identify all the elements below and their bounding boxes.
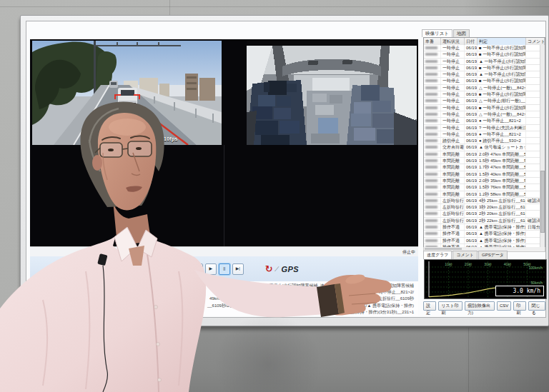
speed-readout: 3.0 km/h bbox=[495, 286, 544, 296]
table-row[interactable]: 一時停止06/19● 一時不停止__821>2 bbox=[424, 131, 540, 138]
button-設定[interactable]: 設定 bbox=[423, 301, 436, 311]
cabin-camera-video bbox=[247, 41, 417, 145]
car-cell bbox=[424, 85, 441, 91]
car-id-blurred bbox=[425, 159, 437, 162]
gps-label[interactable]: GPS bbox=[281, 265, 299, 273]
car-id-blurred bbox=[425, 186, 437, 189]
judge-cell: 3秒 20km 左折徐行__6109秒 bbox=[478, 204, 526, 210]
table-row[interactable]: 操作不適06/19▲ 携帯電話(保持・操作)__201>1 bbox=[424, 238, 540, 244]
comment-cell bbox=[526, 171, 540, 177]
col-date[interactable]: 日付 bbox=[465, 38, 478, 45]
scroll-thumb[interactable] bbox=[540, 171, 545, 233]
tab-map[interactable]: 地図 bbox=[453, 29, 470, 37]
comment-cell bbox=[526, 85, 540, 91]
play-button[interactable]: ▶ bbox=[205, 263, 217, 275]
table-row[interactable]: 一時停止06/19▲ 一時不停止(歩行認知障害候補). bbox=[424, 71, 540, 78]
table-row[interactable]: 一時停止06/19■ 一時不停止(歩行認知障害候補). bbox=[424, 65, 540, 71]
car-id-blurred bbox=[425, 232, 437, 235]
button-閉じる[interactable]: 閉じる bbox=[528, 301, 545, 311]
car-id-blurred bbox=[425, 119, 437, 122]
car-cell bbox=[424, 118, 441, 124]
table-row[interactable]: 左折時徐行06/192秒 22km 左折徐行__6109秒確認済 bbox=[424, 218, 540, 224]
car-cell bbox=[424, 204, 441, 210]
comment-cell bbox=[526, 191, 540, 197]
pause-button[interactable]: || bbox=[219, 263, 230, 275]
video-quad: 3km/h 10fps bbox=[30, 39, 418, 246]
status-cell: 車間距離 bbox=[441, 178, 465, 184]
button-印刷[interactable]: 印刷 bbox=[513, 301, 526, 311]
table-row[interactable]: 車間距離06/191.7秒 47km 車間距離__5439秒 bbox=[424, 164, 540, 171]
ticker-line: 49km 車間距離__5439秒/1.7秒 47km 車間距離__5439秒/1… bbox=[30, 296, 414, 302]
car-cell bbox=[424, 158, 441, 164]
table-row[interactable]: 一時停止06/19▲ 一時不停止(歩行認知障害候補). bbox=[424, 59, 540, 65]
table-row[interactable]: 車間距離06/191.5秒 40km 車間距離__5439秒 bbox=[424, 171, 540, 178]
table-row[interactable]: 左折時徐行06/194秒 25km 左折徐行__6109秒確認済 bbox=[424, 198, 540, 204]
status-cell: 操作不適 bbox=[441, 224, 465, 230]
button-CSV[interactable]: CSV bbox=[497, 301, 511, 311]
car-cell bbox=[424, 238, 441, 243]
status-cell: 一時停止 bbox=[441, 91, 465, 97]
table-row[interactable]: 車間距離06/191.5秒 76km 車間距離__5439秒 bbox=[424, 184, 540, 191]
table-row[interactable]: 交差点待避06/19▲ 信号敬遠ショートカット__802>0 bbox=[424, 144, 540, 151]
table-row[interactable]: 左折時徐行06/193秒 20km 左折徐行__6109秒 bbox=[424, 204, 540, 211]
judge-cell: ■ 一時不停止(歩行認知障害候補). bbox=[478, 51, 526, 57]
judge-cell: ■ 一時不停止(歩行認知障害候補). bbox=[478, 78, 526, 84]
car-cell bbox=[424, 78, 441, 84]
table-row[interactable]: 一時停止06/19■ 一時不停止(歩行認知障害候補). bbox=[424, 91, 540, 98]
car-id-blurred bbox=[425, 206, 437, 208]
car-id-blurred bbox=[425, 212, 437, 215]
comment-cell bbox=[526, 238, 540, 243]
car-cell bbox=[424, 131, 441, 137]
skip-forward-button[interactable]: ▶| bbox=[232, 263, 244, 275]
car-id-blurred bbox=[425, 153, 437, 156]
table-row[interactable]: 操作不適06/19▲ 携帯電話(保持・操作)__201>1 bbox=[424, 231, 540, 237]
table-row[interactable]: 車間距離06/191.5秒 45km 車間距離__5439秒 bbox=[424, 158, 540, 164]
playback-buttons: |◀■▶||▶| bbox=[178, 263, 244, 275]
scroll-thumb[interactable] bbox=[425, 248, 462, 250]
car-id-blurred bbox=[425, 166, 437, 169]
car-id-blurred bbox=[425, 193, 437, 196]
stop-button[interactable]: ■ bbox=[192, 263, 203, 275]
list-tabs: 映像リスト 地図 bbox=[422, 29, 470, 37]
y-axis-label: 100km/h bbox=[529, 266, 543, 270]
button-リスト印刷[interactable]: リスト印刷 bbox=[438, 301, 463, 311]
date-cell: 06/19 bbox=[465, 125, 478, 131]
table-row[interactable]: 一時停止06/19△ 一時停止(順行一般)__843>1 bbox=[424, 98, 540, 104]
table-row[interactable]: 一時停止06/19■ 一時不停止(歩行認知障害候補). bbox=[424, 78, 540, 84]
col-status[interactable]: 運転状況 bbox=[441, 38, 465, 45]
car-id-blurred bbox=[425, 106, 437, 109]
table-row[interactable]: 一時停止06/19■ 一時不停止(歩行認知障害候補). bbox=[424, 45, 540, 51]
comment-cell bbox=[526, 131, 540, 137]
car-id-blurred bbox=[425, 73, 437, 76]
event-table: 車番 運転状況 日付 判定 コメント 一時停止06/19■ 一時不停止(歩行認知… bbox=[423, 37, 545, 248]
vertical-scrollbar[interactable] bbox=[540, 45, 545, 248]
x-tick-label: 10秒 bbox=[445, 262, 453, 267]
comment-cell bbox=[526, 211, 540, 216]
date-cell: 06/19 bbox=[465, 131, 478, 137]
table-row[interactable]: 車間距離06/192.0秒 47km 車間距離__5439秒 bbox=[424, 151, 540, 158]
table-row[interactable]: 車間距離06/191.2秒 58km 車間距離__5439秒 bbox=[424, 191, 540, 198]
car-id-blurred bbox=[425, 239, 437, 242]
table-row[interactable]: 一時停止06/19■ 一時不停止(歩行認知障害候補). bbox=[424, 105, 540, 111]
table-row[interactable]: 一時停止06/19■ 一時不停止(歩行認知障害候補). bbox=[424, 51, 540, 58]
tab-comment[interactable]: コメント bbox=[452, 251, 478, 259]
button-個別(映像出力)[interactable]: 個別(映像出力) bbox=[465, 301, 495, 311]
judge-cell: ▲ 携帯電話(保持・操作)__201>1 bbox=[478, 238, 526, 243]
tab-speed-graph[interactable]: 速度グラフ bbox=[423, 251, 452, 259]
col-car[interactable]: 車番 bbox=[424, 38, 441, 45]
table-row[interactable]: 操作不適06/19▲ 携帯電話(保持・操作)(2分30秒).日報分 bbox=[424, 224, 540, 231]
col-judge[interactable]: 判定 bbox=[478, 38, 526, 45]
col-comment[interactable]: コメント bbox=[526, 38, 545, 45]
tab-gps-data[interactable]: GPSデータ bbox=[478, 251, 508, 259]
table-row[interactable]: 一時停止06/19△ 一時停止(一般)__842>1 bbox=[424, 85, 540, 91]
table-row[interactable]: 一時停止06/19? 一時停止(先読み判断注意行). bbox=[424, 125, 540, 131]
skip-back-button[interactable]: |◀ bbox=[178, 263, 189, 275]
table-row[interactable]: 左折時徐行06/192秒 20km 左折徐行__6109秒 bbox=[424, 211, 540, 217]
table-row[interactable]: 一時停止06/19● 一時不停止__821>2 bbox=[424, 118, 540, 124]
tab-video-list[interactable]: 映像リスト bbox=[422, 29, 452, 37]
refresh-icon[interactable]: ↻ bbox=[265, 265, 273, 273]
table-row[interactable]: 車間距離06/192.0秒 35km 車間距離__5439秒 bbox=[424, 178, 540, 184]
table-row[interactable]: 一時停止06/19△ 一時停止(一般)__842>1 bbox=[424, 111, 540, 118]
car-cell bbox=[424, 171, 441, 177]
table-row[interactable]: 踏切停止06/19● 踏切不停止__530>2 bbox=[424, 138, 540, 144]
